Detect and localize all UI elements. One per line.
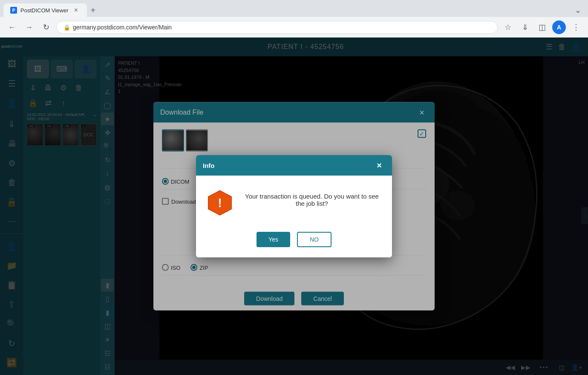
address-bar[interactable]: 🔒 germany.postdicom.com/Viewer/Main [56, 21, 498, 34]
new-tab-button[interactable]: + [90, 6, 95, 15]
info-dialog-title: Info [203, 162, 215, 169]
nav-actions: ☆ ⇓ ◫ A ⋮ [501, 20, 583, 34]
yes-button[interactable]: Yes [257, 232, 290, 247]
info-dialog-header: Info × [196, 155, 392, 176]
tab-close-button[interactable]: × [72, 6, 80, 14]
profile-icon[interactable]: A [552, 20, 566, 34]
back-button[interactable]: ← [5, 20, 19, 34]
tab-favicon: P [10, 7, 17, 14]
info-dialog: Info × ! Your transaction is queued. Do … [196, 155, 392, 257]
tab-bar: P PostDICOM Viewer × + ⌄ [0, 0, 588, 17]
lock-icon: 🔒 [63, 24, 70, 31]
bookmark-icon[interactable]: ☆ [501, 20, 515, 34]
active-tab[interactable]: P PostDICOM Viewer × [3, 3, 87, 17]
info-dialog-footer: Yes NO [196, 227, 392, 257]
tab-menu-icon[interactable]: ⌄ [575, 6, 585, 15]
app-container: postDICOM 🖼 ☰ 👤 ⇓ 🖶 ⚙ 🗑 🔒 ⋯ 👤 📁 📋 ⇧ 🔍 ↻ … [0, 38, 588, 375]
forward-button[interactable]: → [22, 20, 36, 34]
svg-text:!: ! [218, 196, 222, 210]
download-icon[interactable]: ⇓ [518, 20, 532, 34]
info-dialog-close[interactable]: × [373, 159, 385, 171]
warning-icon: ! [206, 189, 233, 216]
extensions-icon[interactable]: ◫ [535, 20, 549, 34]
url-text: germany.postdicom.com/Viewer/Main [73, 24, 172, 31]
browser-chrome: P PostDICOM Viewer × + ⌄ ← → ↻ 🔒 germany… [0, 0, 588, 38]
reload-button[interactable]: ↻ [39, 20, 53, 34]
tab-title: PostDICOM Viewer [20, 7, 68, 14]
info-dialog-body: ! Your transaction is queued. Do you wan… [196, 176, 392, 227]
menu-icon[interactable]: ⋮ [569, 20, 583, 34]
nav-bar: ← → ↻ 🔒 germany.postdicom.com/Viewer/Mai… [0, 17, 588, 38]
info-backdrop: Info × ! Your transaction is queued. Do … [0, 38, 588, 375]
no-button[interactable]: NO [297, 232, 331, 247]
info-message: Your transaction is queued. Do you want … [242, 193, 382, 207]
